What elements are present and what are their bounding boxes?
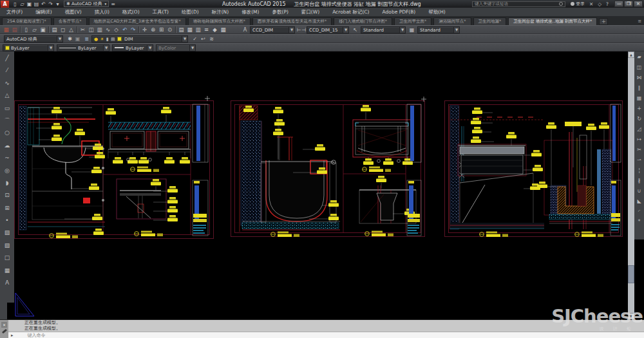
construction-line-icon[interactable]: ⁄ [2,65,12,75]
plot-icon[interactable]: ▤ [50,26,59,33]
stretch-icon[interactable]: ↦ [635,135,643,144]
vertical-scrollbar[interactable]: ▲ ▼ [628,52,634,319]
text-style-icon[interactable]: A [241,26,249,34]
gradient-icon[interactable]: ▧ [2,240,12,250]
redo-icon[interactable]: ↷ [47,1,54,8]
scroll-up-icon[interactable]: ▲ [628,52,634,58]
quick-calc-icon[interactable]: ▦ [219,26,227,33]
file-tab-3[interactable]: 墙砖地砖踢脚线节点大样图* [188,17,251,25]
menu-item-1[interactable]: 编辑(E) [29,8,59,16]
file-tab-1[interactable]: 会客厅节点* [53,17,87,25]
ellipse-arc-icon[interactable]: ◗ [2,178,12,188]
menu-item-3[interactable]: 插入(I) [88,8,116,16]
layer-states-icon[interactable]: ≋ [207,35,216,43]
undo-icon[interactable]: ↶ [120,26,129,33]
markup-icon[interactable]: ◆ [211,26,219,33]
layer-plot-icon[interactable]: ▤ [111,37,115,42]
file-tab-8[interactable]: 卫生间地漏* [473,17,507,25]
publish-icon[interactable]: △ [67,26,75,33]
circle-icon[interactable]: ○ [2,127,12,138]
sign-in-button[interactable]: 登录 [571,1,585,7]
scale-icon[interactable]: ◿ [635,125,643,133]
drawing-canvas[interactable]: ╱⁄∿△▭⌒○☁~◎◗⊡⊞•▨▧□▦A ▲ ▼ ▰◫⋈∥▦+↻◿↦✂⇀¦∦∪◣◜… [0,52,644,319]
undo-icon[interactable]: ↶ [40,1,47,8]
layer-properties-icon[interactable]: ≣ [82,35,91,43]
fillet-icon[interactable]: ◜ [635,207,643,216]
hatch-icon[interactable]: ▨ [2,227,12,238]
multileader-style-combo[interactable]: Standard▼ [361,26,406,33]
copy-icon[interactable]: ◫ [635,63,643,71]
new-tab-button[interactable]: + [599,18,608,25]
file-tab-0[interactable]: 254.0家庭阅读室门* [2,17,52,25]
layer-previous-icon[interactable]: ↩ [199,35,207,43]
cui-icon-2-icon[interactable]: ▤ [10,26,19,33]
move-icon[interactable]: + [635,104,643,113]
file-tab-4[interactable]: 西班牙石膏顶角线造型天花吊顶大样* [252,17,332,25]
multiline-text-icon[interactable]: A [2,277,12,288]
save-icon[interactable]: ▣ [26,1,33,8]
document-window-controls[interactable]: — ❐ ✕ [617,0,642,8]
communication-icon[interactable]: ◇ [598,1,601,7]
layer-on-icon[interactable]: ● [94,37,98,42]
redo-icon[interactable]: ↷ [129,26,137,33]
rotate-icon[interactable]: ↻ [635,115,643,123]
tab-overflow-icon[interactable]: ≡ [638,19,641,24]
block-editor-icon[interactable]: ◇ [112,26,120,33]
offset-icon[interactable]: ∥ [635,84,643,92]
zoom-realtime-icon[interactable]: ⊕ [149,26,157,33]
file-tab-5[interactable]: 移门入墙式暗门节点详图* [334,17,392,25]
polyline-icon[interactable]: ∿ [2,78,12,88]
point-icon[interactable]: • [2,215,12,225]
cui-icon-1-icon[interactable]: ▦ [2,26,10,33]
table-icon[interactable]: ▦ [2,265,12,276]
design-center-icon[interactable]: ▦ [185,26,194,33]
properties-icon[interactable]: ▤ [177,26,185,33]
search-icon[interactable] [559,2,563,6]
tool-palettes-icon[interactable]: ▥ [194,26,202,33]
menu-item-9[interactable]: 参数(P) [265,8,294,16]
qat-dropdown-icon[interactable]: ▾ [54,1,61,8]
menu-burger-icon[interactable]: ≡ [111,1,115,7]
menu-item-12[interactable]: Adobe PDF(B) [376,8,422,16]
workspace-combo[interactable]: AutoCAD 经典▼ [4,35,63,42]
extend-icon[interactable]: ⇀ [635,156,643,164]
open-file-icon[interactable]: ▱ [19,1,26,8]
menu-item-10[interactable]: 窗口(W) [295,8,326,16]
menu-item-6[interactable]: 绘图(D) [175,8,205,16]
lineweight-combo[interactable]: ByLayer▼ [112,44,153,52]
multileader-style-icon[interactable]: ↖ [351,26,359,34]
dim-style-icon[interactable]: ⊢⊣ [297,26,305,34]
break-icon[interactable]: ∦ [635,176,643,185]
explode-icon[interactable]: * [635,218,643,226]
make-layer-current-icon[interactable]: ✓ [191,35,199,43]
scrollbar-thumb[interactable] [628,265,634,283]
revision-cloud-icon[interactable]: ☁ [2,140,12,151]
region-icon[interactable]: □ [2,252,12,263]
workspace-switcher[interactable]: ✱ AutoCAD 经典 ▾ [64,1,109,7]
new-file-icon[interactable]: ▯ [12,1,19,8]
layer-lock-icon[interactable]: ▮ [106,37,109,42]
table-style-combo[interactable]: Standard▼ [417,26,460,33]
menu-item-4[interactable]: 格式(O) [116,8,146,16]
cut-icon[interactable]: ✂ [79,26,87,33]
layer-thaw-icon[interactable]: ☀ [100,37,104,42]
menu-item-8[interactable]: 修改(M) [235,8,265,16]
zoom-window-icon[interactable]: ⊞ [157,26,166,33]
mirror-icon[interactable]: ⋈ [635,73,643,82]
dim-style-combo[interactable]: CCD_DIM_15▼ [307,26,349,33]
array-icon[interactable]: ▦ [635,94,643,102]
arc-icon[interactable]: ⌒ [2,115,12,126]
sheet-set-manager-icon[interactable]: ≡ [202,26,211,33]
table-style-icon[interactable]: ▦ [408,26,416,34]
menu-item-13[interactable]: 帮助(H) [422,8,452,16]
file-tab-7[interactable]: 淋浴隔间节点* [433,17,471,25]
line-icon[interactable]: ╱ [2,53,12,63]
command-input[interactable]: ▸ 键入命令 [8,332,644,338]
join-icon[interactable]: ∪ [635,187,643,195]
text-style-combo[interactable]: CCD_DIM▼ [250,26,295,33]
qnew-icon[interactable]: ▯ [22,26,30,33]
copy-clip-icon[interactable]: ◫ [87,26,95,33]
open-icon[interactable]: ▱ [30,26,39,33]
match-properties-icon[interactable]: ∿ [104,26,112,33]
save-icon[interactable]: ▣ [39,26,47,33]
